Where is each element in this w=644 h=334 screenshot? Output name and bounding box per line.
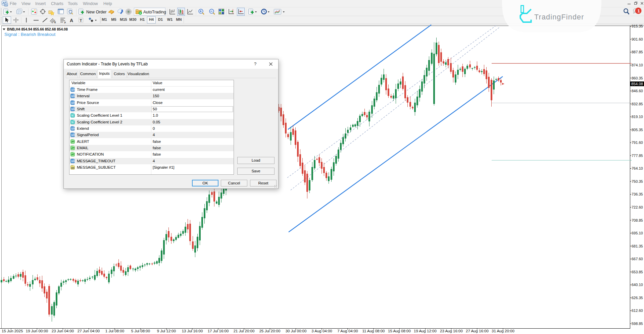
svg-text:19 Aug 12:00: 19 Aug 12:00: [414, 329, 437, 333]
svg-text:860.35: 860.35: [632, 76, 643, 80]
svg-text:915.35: 915.35: [632, 24, 643, 28]
svg-text:750.35: 750.35: [632, 179, 643, 183]
svg-text:30 Jul 00:00: 30 Jul 00:00: [286, 329, 307, 333]
svg-text:667.60: 667.60: [632, 257, 643, 261]
svg-text:819.10: 819.10: [632, 115, 643, 119]
svg-text:13 Jul 16:00: 13 Jul 16:00: [182, 329, 203, 333]
svg-text:708.85: 708.85: [632, 218, 643, 222]
svg-text:21 Jul 20:00: 21 Jul 20:00: [234, 329, 255, 333]
svg-text:T: T: [80, 18, 82, 22]
svg-text:123: 123: [71, 95, 75, 97]
svg-text:New Order: New Order: [86, 10, 106, 14]
svg-text:15 Jun 2025: 15 Jun 2025: [2, 329, 23, 333]
svg-text:27 Aug 16:00: 27 Aug 16:00: [466, 329, 489, 333]
svg-text:123: 123: [71, 160, 75, 162]
svg-text:722.60: 722.60: [632, 205, 643, 209]
svg-text:A: A: [70, 18, 73, 23]
svg-text:Signal : Bearish Breakout: Signal : Bearish Breakout: [4, 32, 56, 37]
svg-text:598.85: 598.85: [632, 322, 643, 326]
svg-text:777.85: 777.85: [632, 154, 643, 158]
svg-text:31 Aug 20:00: 31 Aug 20:00: [492, 329, 514, 333]
svg-text:832.85: 832.85: [632, 102, 643, 106]
svg-text:3 Aug 04:00: 3 Aug 04:00: [311, 329, 332, 333]
svg-text:½: ½: [71, 121, 73, 124]
svg-text:653.85: 653.85: [632, 270, 643, 274]
svg-text:123: 123: [71, 102, 75, 104]
svg-text:1: 1: [638, 8, 640, 13]
svg-text:123: 123: [71, 108, 75, 110]
svg-text:736.35: 736.35: [632, 192, 643, 196]
svg-text:E: E: [54, 21, 56, 23]
svg-text:846.60: 846.60: [632, 89, 643, 93]
svg-text:19 Jun 00:00: 19 Jun 00:00: [26, 329, 48, 333]
svg-text:BNB,H4 854.94 855.66 852.68 8: BNB,H4 854.94 855.66 852.68 854.08: [7, 27, 68, 31]
svg-text:15 Aug 08:00: 15 Aug 08:00: [388, 329, 411, 333]
svg-text:695.10: 695.10: [632, 231, 643, 235]
svg-text:640.10: 640.10: [632, 283, 643, 287]
svg-text:681.35: 681.35: [632, 244, 643, 248]
svg-text:764.10: 764.10: [632, 166, 643, 170]
svg-text:23 Aug 16:00: 23 Aug 16:00: [440, 329, 463, 333]
svg-text:23 Jun 04:00: 23 Jun 04:00: [52, 329, 74, 333]
svg-text:626.35: 626.35: [632, 296, 643, 300]
svg-text:AutoTrading: AutoTrading: [143, 10, 166, 14]
svg-text:5 Jul 08:00: 5 Jul 08:00: [131, 329, 150, 333]
svg-text:17 Jul 16:00: 17 Jul 16:00: [208, 329, 229, 333]
svg-text:887.85: 887.85: [632, 50, 643, 54]
svg-text:123: 123: [71, 127, 75, 130]
svg-text:123: 123: [71, 89, 75, 91]
svg-text:25 Jul 20:00: 25 Jul 20:00: [259, 329, 281, 333]
svg-text:1 Jul 08:00: 1 Jul 08:00: [105, 329, 124, 333]
svg-text:F: F: [64, 21, 66, 24]
svg-text:7 Aug 04:00: 7 Aug 04:00: [337, 329, 358, 333]
svg-text:ab: ab: [71, 166, 74, 169]
svg-text:123: 123: [71, 134, 75, 136]
svg-text:9 Jul 12:00: 9 Jul 12:00: [157, 329, 176, 333]
svg-text:TradingFinder: TradingFinder: [534, 13, 584, 21]
svg-text:854.08: 854.08: [631, 82, 643, 86]
svg-text:901.60: 901.60: [632, 37, 643, 41]
svg-text:874.10: 874.10: [632, 63, 643, 67]
svg-text:11 Aug 08:00: 11 Aug 08:00: [362, 329, 385, 333]
svg-text:612.60: 612.60: [632, 309, 643, 313]
svg-text:791.60: 791.60: [632, 141, 643, 145]
svg-text:805.35: 805.35: [632, 128, 643, 132]
svg-text:27 Jun 04:00: 27 Jun 04:00: [78, 329, 100, 333]
svg-text:½: ½: [71, 114, 73, 117]
